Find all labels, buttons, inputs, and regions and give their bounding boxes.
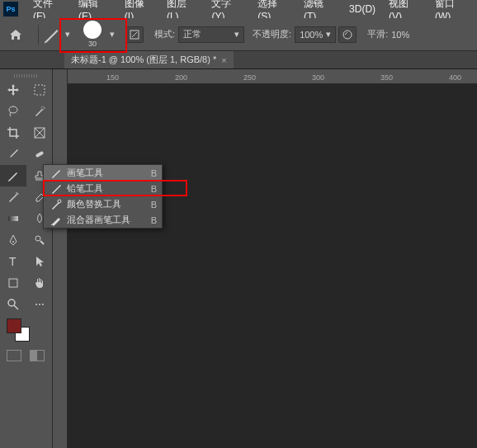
svg-point-9 xyxy=(35,236,40,241)
svg-point-1 xyxy=(343,31,352,39)
pencil-icon xyxy=(49,182,64,196)
blend-mode-dropdown[interactable]: 正常 ▾ xyxy=(178,26,244,43)
path-select-tool[interactable] xyxy=(26,251,53,272)
brush-icon xyxy=(49,167,64,180)
svg-text:T: T xyxy=(9,255,17,268)
ps-logo: Ps xyxy=(3,2,18,17)
svg-rect-11 xyxy=(9,279,17,287)
frame-tool[interactable] xyxy=(26,122,53,144)
svg-point-15 xyxy=(42,304,44,305)
svg-rect-7 xyxy=(8,216,18,221)
ruler-tick: 400 xyxy=(449,73,461,82)
flyout-item-label: 混合器画笔工具 xyxy=(67,214,148,226)
color-replace-icon xyxy=(49,198,64,211)
brush-preset-picker[interactable]: 30 ▾ xyxy=(75,19,123,50)
flyout-brush-tool[interactable]: 画笔工具 B xyxy=(44,165,162,181)
brush-tip-icon xyxy=(83,21,102,39)
dodge-tool[interactable] xyxy=(26,229,53,251)
eyedropper-tool[interactable] xyxy=(0,144,26,165)
blend-mode-value: 正常 xyxy=(183,28,201,40)
ruler-horizontal: 150 200 250 300 350 400 xyxy=(53,69,477,84)
options-bar: ▾ 30 ▾ 模式: 正常 ▾ 不透明度: 100% ▾ 平滑: 10% xyxy=(0,18,477,51)
ruler-vertical xyxy=(53,84,68,448)
smoothing-label: 平滑: xyxy=(367,28,388,40)
color-swatches[interactable] xyxy=(0,315,52,345)
svg-point-8 xyxy=(12,241,14,243)
foreground-swatch[interactable] xyxy=(7,318,21,333)
separator xyxy=(38,25,39,45)
mode-label: 模式: xyxy=(154,28,175,40)
type-tool[interactable]: T xyxy=(0,251,26,272)
svg-point-3 xyxy=(9,106,17,113)
brush-tool-flyout: 画笔工具 B 铅笔工具 B 颜色替换工具 B 混合器画笔工具 B xyxy=(43,164,163,229)
flyout-item-label: 颜色替换工具 xyxy=(67,198,148,210)
quick-mask-button[interactable] xyxy=(30,350,45,361)
chevron-down-icon[interactable]: ▾ xyxy=(65,31,72,38)
document-tab[interactable]: 未标题-1 @ 100% (图层 1, RGB/8) * × xyxy=(64,51,234,68)
home-button[interactable] xyxy=(3,24,28,45)
flyout-item-label: 画笔工具 xyxy=(67,167,148,179)
heal-tool[interactable] xyxy=(26,144,53,165)
ruler-tick: 250 xyxy=(243,73,256,82)
flyout-item-shortcut: B xyxy=(151,168,157,178)
brush-panel-toggle[interactable] xyxy=(125,26,144,43)
zoom-tool[interactable] xyxy=(0,294,26,315)
opacity-label: 不透明度: xyxy=(253,28,291,40)
history-brush-tool[interactable] xyxy=(0,186,26,208)
pen-tool[interactable] xyxy=(0,229,26,251)
canvas[interactable] xyxy=(68,84,477,448)
ruler-tick: 350 xyxy=(380,73,393,82)
ruler-tick: 200 xyxy=(175,73,187,82)
quick-select-tool[interactable] xyxy=(26,101,53,122)
tab-title: 未标题-1 @ 100% (图层 1, RGB/8) * xyxy=(71,54,216,66)
flyout-item-label: 铅笔工具 xyxy=(67,182,148,195)
mixer-brush-icon xyxy=(49,214,64,227)
menu-bar: Ps 文件(F) 编辑(E) 图像(I) 图层(L) 文字(Y) 选择(S) 滤… xyxy=(0,0,477,18)
flyout-item-shortcut: B xyxy=(151,184,157,194)
shape-tool[interactable] xyxy=(0,272,26,294)
ruler-tick: 150 xyxy=(106,73,119,82)
edit-toolbar[interactable] xyxy=(26,294,53,315)
current-tool-icon[interactable] xyxy=(42,25,62,45)
brush-size-label: 30 xyxy=(88,40,97,48)
svg-point-16 xyxy=(58,200,61,203)
svg-point-13 xyxy=(35,304,37,305)
panel-grip[interactable] xyxy=(0,73,52,79)
opacity-value: 100% xyxy=(300,30,323,40)
opacity-dropdown[interactable]: 100% ▾ xyxy=(295,26,336,43)
pressure-opacity-toggle[interactable] xyxy=(338,26,357,43)
ruler-tick: 300 xyxy=(312,73,324,82)
svg-point-12 xyxy=(8,299,15,306)
flyout-mixer-brush-tool[interactable]: 混合器画笔工具 B xyxy=(44,212,162,228)
chevron-down-icon: ▾ xyxy=(234,29,239,40)
chevron-down-icon: ▾ xyxy=(326,29,331,40)
standard-mode-button[interactable] xyxy=(7,350,21,361)
brush-preview: 30 xyxy=(83,21,102,48)
flyout-color-replace-tool[interactable]: 颜色替换工具 B xyxy=(44,196,162,212)
brush-tool[interactable] xyxy=(0,165,26,186)
gradient-tool[interactable] xyxy=(0,208,26,229)
svg-point-14 xyxy=(39,304,40,305)
flyout-item-shortcut: B xyxy=(151,215,157,225)
canvas-area: 150 200 250 300 350 400 xyxy=(53,69,477,448)
svg-point-4 xyxy=(41,106,45,110)
marquee-tool[interactable] xyxy=(26,79,53,101)
chevron-down-icon[interactable]: ▾ xyxy=(110,31,116,38)
svg-rect-6 xyxy=(35,151,45,158)
close-icon[interactable]: × xyxy=(221,55,226,65)
crop-tool[interactable] xyxy=(0,122,26,144)
main-area: T 150 200 250 300 350 400 xyxy=(0,69,477,448)
flyout-pencil-tool[interactable]: 铅笔工具 B xyxy=(44,181,162,196)
hand-tool[interactable] xyxy=(26,272,53,294)
svg-rect-2 xyxy=(35,85,45,95)
tool-panel: T xyxy=(0,69,53,448)
flyout-item-shortcut: B xyxy=(151,200,157,210)
smoothing-value: 10% xyxy=(391,30,409,40)
document-tab-bar: 未标题-1 @ 100% (图层 1, RGB/8) * × xyxy=(0,51,477,69)
menu-3d[interactable]: 3D(D) xyxy=(342,3,382,15)
move-tool[interactable] xyxy=(0,79,26,101)
lasso-tool[interactable] xyxy=(0,101,26,122)
